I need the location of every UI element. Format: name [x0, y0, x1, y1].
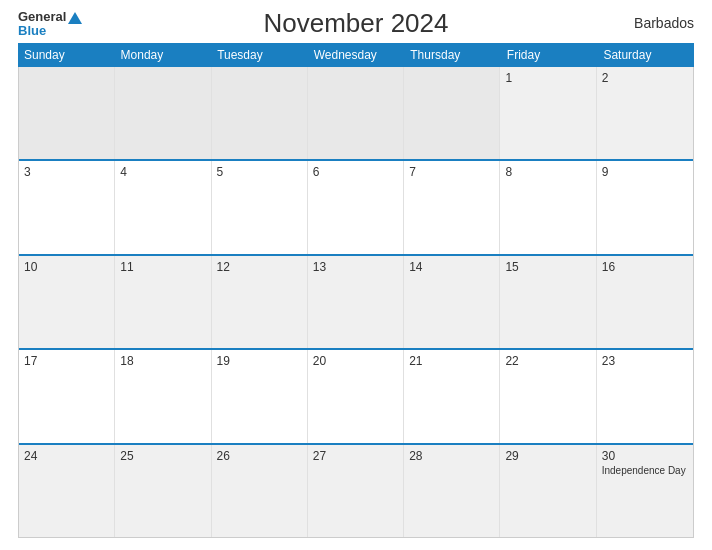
day-number: 27	[313, 449, 398, 463]
day-number: 26	[217, 449, 302, 463]
calendar-week-4: 17 18 19 20 21 22 23	[19, 350, 693, 444]
cal-cell-nov7: 7	[404, 161, 500, 253]
cal-cell-nov24: 24	[19, 445, 115, 537]
cal-cell-nov26: 26	[212, 445, 308, 537]
day-header-wednesday: Wednesday	[308, 43, 405, 67]
cal-cell-empty	[308, 67, 404, 159]
cal-cell-nov10: 10	[19, 256, 115, 348]
day-header-thursday: Thursday	[404, 43, 501, 67]
calendar-title: November 2024	[264, 8, 449, 39]
cal-cell-nov5: 5	[212, 161, 308, 253]
cal-cell-nov22: 22	[500, 350, 596, 442]
day-number: 24	[24, 449, 109, 463]
cal-cell-nov20: 20	[308, 350, 404, 442]
day-header-friday: Friday	[501, 43, 598, 67]
day-number: 19	[217, 354, 302, 368]
day-number: 22	[505, 354, 590, 368]
day-number: 18	[120, 354, 205, 368]
logo-triangle-icon	[68, 12, 82, 24]
day-number: 23	[602, 354, 688, 368]
cal-cell-nov14: 14	[404, 256, 500, 348]
cal-cell-empty	[404, 67, 500, 159]
day-number: 14	[409, 260, 494, 274]
cal-cell-nov18: 18	[115, 350, 211, 442]
day-number: 5	[217, 165, 302, 179]
cal-cell-nov21: 21	[404, 350, 500, 442]
independence-day-event: Independence Day	[602, 465, 688, 476]
cal-cell-nov28: 28	[404, 445, 500, 537]
page: General Blue November 2024 Barbados Sund…	[0, 0, 712, 550]
cal-cell-nov29: 29	[500, 445, 596, 537]
cal-cell-nov9: 9	[597, 161, 693, 253]
day-number: 3	[24, 165, 109, 179]
day-number: 10	[24, 260, 109, 274]
calendar-week-1: 1 2	[19, 67, 693, 161]
logo: General Blue	[18, 10, 82, 37]
day-number: 28	[409, 449, 494, 463]
cal-cell-nov17: 17	[19, 350, 115, 442]
cal-cell-nov23: 23	[597, 350, 693, 442]
day-number: 9	[602, 165, 688, 179]
day-number: 6	[313, 165, 398, 179]
day-header-sunday: Sunday	[18, 43, 115, 67]
day-header-saturday: Saturday	[597, 43, 694, 67]
day-headers: Sunday Monday Tuesday Wednesday Thursday…	[18, 43, 694, 67]
calendar-week-3: 10 11 12 13 14 15 16	[19, 256, 693, 350]
day-number: 12	[217, 260, 302, 274]
cal-cell-nov6: 6	[308, 161, 404, 253]
cal-cell-nov12: 12	[212, 256, 308, 348]
country-label: Barbados	[634, 15, 694, 31]
logo-blue-text: Blue	[18, 24, 46, 37]
cal-cell-nov25: 25	[115, 445, 211, 537]
cal-cell-nov1: 1	[500, 67, 596, 159]
cal-cell-nov13: 13	[308, 256, 404, 348]
day-number: 15	[505, 260, 590, 274]
calendar-grid: 1 2 3 4 5 6	[18, 67, 694, 538]
day-number: 11	[120, 260, 205, 274]
day-number: 17	[24, 354, 109, 368]
day-number: 20	[313, 354, 398, 368]
calendar: Sunday Monday Tuesday Wednesday Thursday…	[0, 43, 712, 550]
header: General Blue November 2024 Barbados	[0, 0, 712, 43]
day-number: 2	[602, 71, 688, 85]
cal-cell-empty	[115, 67, 211, 159]
day-number: 4	[120, 165, 205, 179]
cal-cell-nov30: 30 Independence Day	[597, 445, 693, 537]
day-number: 8	[505, 165, 590, 179]
cal-cell-nov11: 11	[115, 256, 211, 348]
day-number: 13	[313, 260, 398, 274]
cal-cell-nov4: 4	[115, 161, 211, 253]
day-number: 1	[505, 71, 590, 85]
cal-cell-nov27: 27	[308, 445, 404, 537]
day-header-monday: Monday	[115, 43, 212, 67]
day-number: 25	[120, 449, 205, 463]
day-number: 7	[409, 165, 494, 179]
cal-cell-nov2: 2	[597, 67, 693, 159]
cal-cell-nov8: 8	[500, 161, 596, 253]
cal-cell-nov16: 16	[597, 256, 693, 348]
cal-cell-nov15: 15	[500, 256, 596, 348]
cal-cell-empty	[212, 67, 308, 159]
day-number: 21	[409, 354, 494, 368]
logo-general-text: General	[18, 10, 82, 24]
cal-cell-empty	[19, 67, 115, 159]
day-header-tuesday: Tuesday	[211, 43, 308, 67]
cal-cell-nov3: 3	[19, 161, 115, 253]
cal-cell-nov19: 19	[212, 350, 308, 442]
calendar-week-2: 3 4 5 6 7 8 9	[19, 161, 693, 255]
calendar-week-5: 24 25 26 27 28 29 30 I	[19, 445, 693, 537]
day-number: 29	[505, 449, 590, 463]
day-number: 16	[602, 260, 688, 274]
day-number: 30	[602, 449, 688, 463]
